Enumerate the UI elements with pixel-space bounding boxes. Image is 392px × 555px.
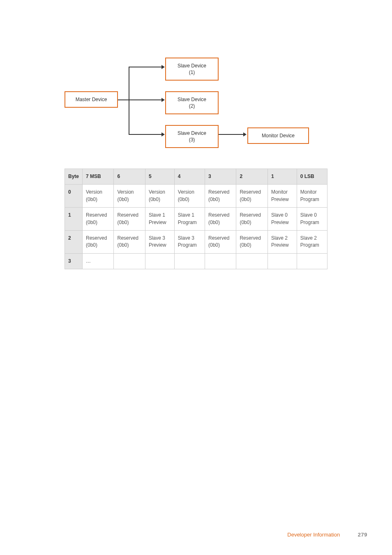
connector	[129, 134, 161, 135]
cell: Reserved (0b0)	[236, 230, 267, 253]
device-diagram: Master Device Slave Device(1) Slave Devi…	[65, 58, 327, 152]
master-device-box: Master Device	[65, 91, 118, 108]
connector	[219, 134, 243, 135]
connector	[118, 99, 129, 100]
col-2: 2	[236, 169, 267, 185]
cell: Reserved (0b0)	[83, 208, 114, 231]
col-3: 3	[205, 169, 236, 185]
byte-index: 1	[65, 208, 83, 231]
cell: Slave 3 Program	[174, 230, 205, 253]
cell: Reserved (0b0)	[236, 185, 267, 208]
cell: Slave 0 Program	[297, 208, 327, 231]
page-number: 279	[358, 532, 367, 538]
cell: Version (0b0)	[83, 185, 114, 208]
connector	[129, 67, 129, 135]
cell: Version (0b0)	[114, 185, 145, 208]
cell: Slave 2 Program	[297, 230, 327, 253]
byte-layout-table: Byte 7 MSB 6 5 4 3 2 1 0 LSB 0 Version (…	[65, 169, 327, 269]
cell	[205, 253, 236, 269]
cell: Reserved (0b0)	[205, 185, 236, 208]
cell: Version (0b0)	[145, 185, 174, 208]
cell: Reserved (0b0)	[205, 208, 236, 231]
slave2-device-box: Slave Device(2)	[165, 91, 219, 114]
cell: Slave 0 Preview	[267, 208, 297, 231]
cell	[236, 253, 267, 269]
col-0lsb: 0 LSB	[297, 169, 327, 185]
cell: Slave 1 Preview	[145, 208, 174, 231]
cell: …	[83, 253, 114, 269]
table-row: 1 Reserved (0b0) Reserved (0b0) Slave 1 …	[65, 208, 327, 231]
cell: Reserved (0b0)	[114, 230, 145, 253]
cell	[297, 253, 327, 269]
cell: Slave 3 Preview	[145, 230, 174, 253]
cell	[114, 253, 145, 269]
slave1-device-box: Slave Device(1)	[165, 58, 219, 81]
col-6: 6	[114, 169, 145, 185]
cell: Slave 1 Program	[174, 208, 205, 231]
table-row: 0 Version (0b0) Version (0b0) Version (0…	[65, 185, 327, 208]
cell: Reserved (0b0)	[205, 230, 236, 253]
cell: Reserved (0b0)	[236, 208, 267, 231]
byte-index: 2	[65, 230, 83, 253]
table-row: 2 Reserved (0b0) Reserved (0b0) Slave 3 …	[65, 230, 327, 253]
page-footer: Developer Information 279	[287, 532, 367, 538]
arrow-icon	[243, 132, 247, 136]
cell: Slave 2 Preview	[267, 230, 297, 253]
col-7msb: 7 MSB	[83, 169, 114, 185]
byte-index: 3	[65, 253, 83, 269]
table-header-row: Byte 7 MSB 6 5 4 3 2 1 0 LSB	[65, 169, 327, 185]
col-4: 4	[174, 169, 205, 185]
connector	[129, 99, 161, 100]
cell: Reserved (0b0)	[114, 208, 145, 231]
cell: Reserved (0b0)	[83, 230, 114, 253]
connector	[129, 67, 161, 67]
arrow-icon	[161, 98, 165, 102]
cell	[267, 253, 297, 269]
cell	[174, 253, 205, 269]
col-5: 5	[145, 169, 174, 185]
monitor-device-box: Monitor Device	[247, 127, 309, 144]
col-byte: Byte	[65, 169, 83, 185]
arrow-icon	[161, 65, 165, 69]
cell: Monitor Program	[297, 185, 327, 208]
footer-section: Developer Information	[287, 532, 340, 538]
cell: Version (0b0)	[174, 185, 205, 208]
arrow-icon	[161, 132, 165, 136]
table-row: 3 …	[65, 253, 327, 269]
cell: Monitor Preview	[267, 185, 297, 208]
byte-index: 0	[65, 185, 83, 208]
slave3-device-box: Slave Device(3)	[165, 125, 219, 148]
cell	[145, 253, 174, 269]
col-1: 1	[267, 169, 297, 185]
